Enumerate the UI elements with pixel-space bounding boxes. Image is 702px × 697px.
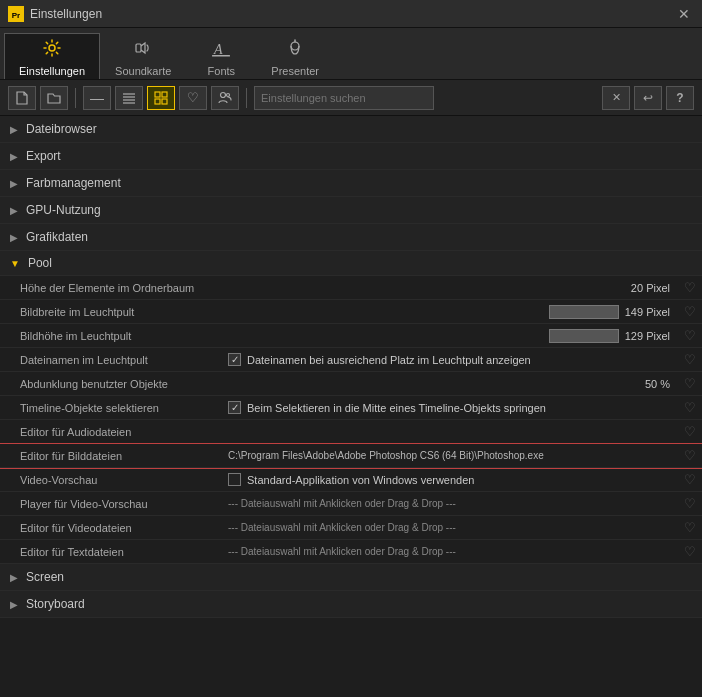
slider-bildbreite[interactable] xyxy=(549,305,619,319)
fav-player-video[interactable]: ♡ xyxy=(678,496,702,511)
svg-point-16 xyxy=(221,92,226,97)
open-folder-button[interactable] xyxy=(40,86,68,110)
grid-button[interactable] xyxy=(147,86,175,110)
clear-button[interactable]: ✕ xyxy=(602,86,630,110)
section-pool[interactable]: ▼ Pool xyxy=(0,251,702,276)
dnd-editor-video: --- Dateiauswahl mit Anklicken oder Drag… xyxy=(228,522,456,533)
label-editor-bild: Editor für Bilddateien xyxy=(0,446,220,466)
value-editor-bild: C:\Program Files\Adobe\Adobe Photoshop C… xyxy=(220,446,678,465)
label-editor-text: Editor für Textdateien xyxy=(0,542,220,562)
section-dateibrowser[interactable]: ▶ Dateibrowser xyxy=(0,116,702,143)
fav-bildhoehe[interactable]: ♡ xyxy=(678,328,702,343)
section-screen-label: Screen xyxy=(26,570,64,584)
checkbox-area-video[interactable] xyxy=(228,473,241,486)
help-button[interactable]: ? xyxy=(666,86,694,110)
label-editor-audio: Editor für Audiodateien xyxy=(0,422,220,442)
value-hoehe-elemente: 20 Pixel xyxy=(220,278,678,298)
arrow-pool: ▼ xyxy=(10,258,20,269)
reset-button[interactable]: ↩ xyxy=(634,86,662,110)
sep1 xyxy=(75,88,76,108)
label-hoehe-elemente: Höhe der Elemente im Ordnerbaum xyxy=(0,278,220,298)
fav-editor-audio[interactable]: ♡ xyxy=(678,424,702,439)
arrow-farbmanagement: ▶ xyxy=(10,178,18,189)
section-pool-label: Pool xyxy=(28,256,52,270)
tab-presenter[interactable]: Presenter xyxy=(256,33,334,79)
svg-rect-5 xyxy=(212,55,230,57)
tab-fonts[interactable]: A Fonts xyxy=(186,33,256,79)
label-bildhoehe: Bildhöhe im Leuchtpult xyxy=(0,326,220,346)
row-editor-bild: Editor für Bilddateien C:\Program Files\… xyxy=(0,444,702,468)
value-video-vorschau: Standard-Applikation von Windows verwend… xyxy=(220,469,678,490)
section-export-label: Export xyxy=(26,149,61,163)
fav-hoehe-elemente[interactable]: ♡ xyxy=(678,280,702,295)
svg-rect-14 xyxy=(155,99,160,104)
arrow-storyboard: ▶ xyxy=(10,599,18,610)
checkbox-timeline[interactable]: ✓ xyxy=(228,401,241,414)
search-input[interactable] xyxy=(254,86,434,110)
row-player-video: Player für Video-Vorschau --- Dateiauswa… xyxy=(0,492,702,516)
svg-point-2 xyxy=(49,45,55,51)
fav-timeline[interactable]: ♡ xyxy=(678,400,702,415)
dash-button[interactable]: — xyxy=(83,86,111,110)
arrow-gpu: ▶ xyxy=(10,205,18,216)
section-grafikdaten[interactable]: ▶ Grafikdaten xyxy=(0,224,702,251)
row-editor-text: Editor für Textdateien --- Dateiauswahl … xyxy=(0,540,702,564)
checkbox-video[interactable] xyxy=(228,473,241,486)
section-export[interactable]: ▶ Export xyxy=(0,143,702,170)
users-button[interactable] xyxy=(211,86,239,110)
svg-rect-13 xyxy=(162,92,167,97)
fav-editor-bild[interactable]: ♡ xyxy=(678,448,702,463)
row-bildhoehe: Bildhöhe im Leuchtpult 129 Pixel ♡ xyxy=(0,324,702,348)
row-hoehe-elemente: Höhe der Elemente im Ordnerbaum 20 Pixel… xyxy=(0,276,702,300)
fav-dateinamen[interactable]: ♡ xyxy=(678,352,702,367)
label-dateinamen: Dateinamen im Leuchtpult xyxy=(0,350,220,370)
checkbox-dateinamen[interactable]: ✓ xyxy=(228,353,241,366)
close-button[interactable]: ✕ xyxy=(674,4,694,24)
new-file-button[interactable] xyxy=(8,86,36,110)
dnd-editor-text: --- Dateiauswahl mit Anklicken oder Drag… xyxy=(228,546,456,557)
label-player-video: Player für Video-Vorschau xyxy=(0,494,220,514)
section-farbmanagement-label: Farbmanagement xyxy=(26,176,121,190)
svg-rect-3 xyxy=(136,44,141,52)
row-video-vorschau: Video-Vorschau Standard-Applikation von … xyxy=(0,468,702,492)
fav-video-vorschau[interactable]: ♡ xyxy=(678,472,702,487)
fav-editor-text[interactable]: ♡ xyxy=(678,544,702,559)
sep2 xyxy=(246,88,247,108)
section-screen[interactable]: ▶ Screen xyxy=(0,564,702,591)
checkbox-area-dateinamen[interactable]: ✓ xyxy=(228,353,241,366)
arrow-dateibrowser: ▶ xyxy=(10,124,18,135)
value-abdunklung: 50 % xyxy=(220,374,678,394)
row-editor-video: Editor für Videodateien --- Dateiauswahl… xyxy=(0,516,702,540)
label-abdunklung: Abdunklung benutzter Objekte xyxy=(0,374,220,394)
row-timeline: Timeline-Objekte selektieren ✓ Beim Sele… xyxy=(0,396,702,420)
svg-rect-12 xyxy=(155,92,160,97)
section-gpu[interactable]: ▶ GPU-Nutzung xyxy=(0,197,702,224)
value-dateinamen: ✓ Dateinamen bei ausreichend Platz im Le… xyxy=(220,349,678,370)
window-title: Einstellungen xyxy=(30,7,674,21)
fav-abdunklung[interactable]: ♡ xyxy=(678,376,702,391)
svg-text:A: A xyxy=(213,42,223,57)
tab-soundkarte[interactable]: Soundkarte xyxy=(100,33,186,79)
row-editor-audio: Editor für Audiodateien ♡ xyxy=(0,420,702,444)
row-dateinamen: Dateinamen im Leuchtpult ✓ Dateinamen be… xyxy=(0,348,702,372)
tab-einstellungen[interactable]: Einstellungen xyxy=(4,33,100,79)
value-bildbreite: 149 Pixel xyxy=(220,301,678,323)
svg-rect-15 xyxy=(162,99,167,104)
list-button[interactable] xyxy=(115,86,143,110)
favorites-button[interactable]: ♡ xyxy=(179,86,207,110)
row-abdunklung: Abdunklung benutzter Objekte 50 % ♡ xyxy=(0,372,702,396)
checkbox-area-timeline[interactable]: ✓ xyxy=(228,401,241,414)
label-timeline: Timeline-Objekte selektieren xyxy=(0,398,220,418)
fav-bildbreite[interactable]: ♡ xyxy=(678,304,702,319)
tab-soundkarte-label: Soundkarte xyxy=(115,65,171,77)
section-storyboard[interactable]: ▶ Storyboard xyxy=(0,591,702,618)
fonts-icon: A xyxy=(211,38,231,62)
path-editor-bild: C:\Program Files\Adobe\Adobe Photoshop C… xyxy=(228,450,544,461)
section-grafikdaten-label: Grafikdaten xyxy=(26,230,88,244)
arrow-screen: ▶ xyxy=(10,572,18,583)
app-icon: Pr xyxy=(8,6,24,22)
slider-bildhoehe[interactable] xyxy=(549,329,619,343)
fav-editor-video[interactable]: ♡ xyxy=(678,520,702,535)
einstellungen-icon xyxy=(42,38,62,62)
section-farbmanagement[interactable]: ▶ Farbmanagement xyxy=(0,170,702,197)
